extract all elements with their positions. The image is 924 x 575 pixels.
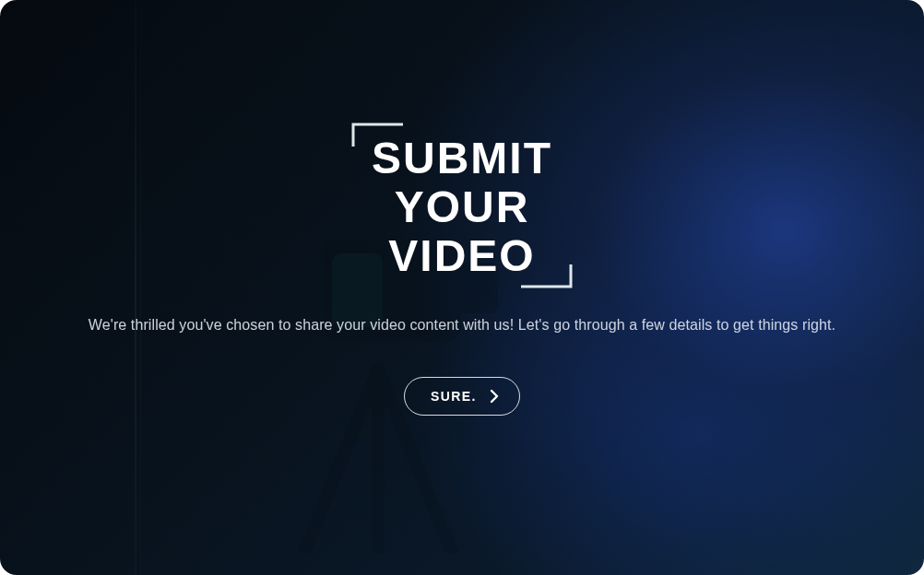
- sure-button[interactable]: SURE.: [404, 377, 520, 416]
- hero-panel: .logotxt { font-family: Impact, "Arial B…: [0, 0, 924, 575]
- chevron-right-icon: [490, 389, 499, 404]
- hero-content: .logotxt { font-family: Impact, "Arial B…: [0, 0, 924, 575]
- svg-text:YOUR: YOUR: [395, 182, 530, 231]
- submit-your-video-logo: .logotxt { font-family: Impact, "Arial B…: [351, 123, 573, 288]
- svg-text:SUBMIT: SUBMIT: [372, 134, 552, 182]
- intro-tagline: We're thrilled you've chosen to share yo…: [89, 314, 835, 335]
- svg-text:VIDEO: VIDEO: [388, 231, 535, 280]
- sure-button-label: SURE.: [431, 389, 477, 404]
